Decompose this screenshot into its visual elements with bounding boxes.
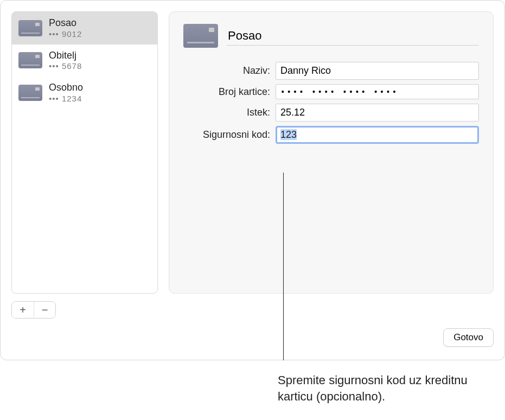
number-label: Broj kartice: <box>183 86 276 98</box>
card-detail-panel: Naziv: Broj kartice: Istek: Sigurnosni k… <box>169 11 494 294</box>
done-button[interactable]: Gotovo <box>443 328 494 347</box>
card-item-obitelj[interactable]: Obitelj ••• 5678 <box>12 44 157 77</box>
cardholder-name-input[interactable] <box>276 62 479 80</box>
card-item-title: Posao <box>49 17 82 29</box>
callout-text: Spremite sigurnosni kod uz kreditnu kart… <box>278 372 495 404</box>
card-sidebar: Posao ••• 9012 Obitelj ••• 5678 <box>11 11 158 319</box>
remove-card-button[interactable]: − <box>34 302 55 318</box>
card-item-title: Obitelj <box>49 50 82 62</box>
sidebar-actions: + − <box>11 301 56 319</box>
card-item-subtitle: ••• 1234 <box>49 94 83 104</box>
card-item-subtitle: ••• 5678 <box>49 61 82 71</box>
card-item-subtitle: ••• 9012 <box>49 29 82 39</box>
name-label: Naziv: <box>183 65 276 77</box>
card-expiry-input[interactable] <box>276 104 479 122</box>
credit-card-icon-large <box>183 24 218 48</box>
security-code-input[interactable]: 123 <box>276 126 479 144</box>
expiry-label: Istek: <box>183 107 276 118</box>
card-item-title: Osobno <box>49 82 83 94</box>
autofill-credit-cards-window: Posao ••• 9012 Obitelj ••• 5678 <box>0 0 505 360</box>
card-description-input[interactable] <box>227 27 479 46</box>
callout-line <box>283 173 284 360</box>
card-item-osobno[interactable]: Osobno ••• 1234 <box>12 77 157 109</box>
card-item-posao[interactable]: Posao ••• 9012 <box>12 12 157 44</box>
add-card-button[interactable]: + <box>12 302 34 318</box>
credit-card-icon <box>18 20 42 36</box>
security-label: Sigurnosni kod: <box>183 129 276 141</box>
credit-card-icon <box>18 85 42 101</box>
credit-card-icon <box>18 52 42 68</box>
card-number-input[interactable] <box>276 84 479 99</box>
card-list: Posao ••• 9012 Obitelj ••• 5678 <box>11 11 158 294</box>
